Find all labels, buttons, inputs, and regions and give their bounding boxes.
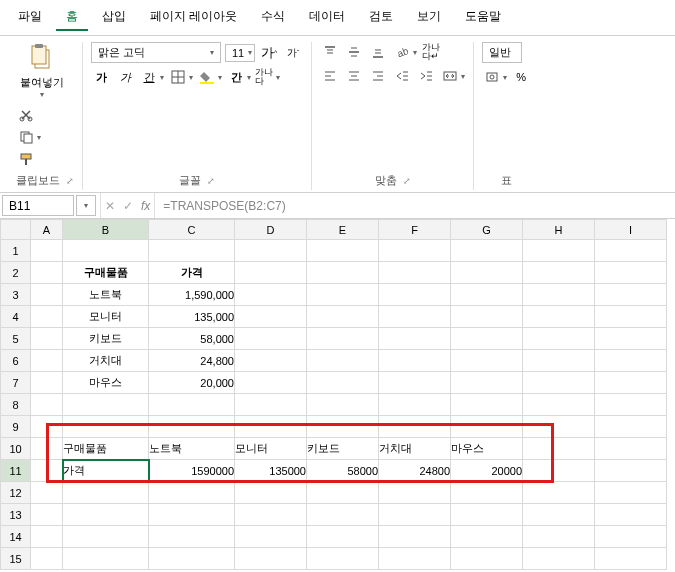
cell-D10[interactable]: 모니터 [235, 438, 307, 460]
col-header-H[interactable]: H [523, 220, 595, 240]
cell-D11[interactable]: 135000 [235, 460, 307, 482]
cell-B5[interactable]: 키보드 [63, 328, 149, 350]
fill-color-button[interactable] [197, 67, 217, 87]
menu-review[interactable]: 검토 [359, 4, 403, 31]
row-header-6[interactable]: 6 [1, 350, 31, 372]
chevron-down-icon[interactable]: ▾ [37, 133, 41, 142]
align-bottom-button[interactable] [368, 42, 388, 62]
merge-button[interactable] [440, 66, 460, 86]
dialog-launcher-icon[interactable]: ⤢ [207, 176, 215, 186]
menu-formulas[interactable]: 수식 [251, 4, 295, 31]
cell-E10[interactable]: 키보드 [307, 438, 379, 460]
col-header-D[interactable]: D [235, 220, 307, 240]
select-all-corner[interactable] [1, 220, 31, 240]
row-header-4[interactable]: 4 [1, 306, 31, 328]
col-header-G[interactable]: G [451, 220, 523, 240]
row-header-1[interactable]: 1 [1, 240, 31, 262]
chevron-down-icon[interactable]: ▾ [503, 73, 507, 82]
cell-C7[interactable]: 20,000 [149, 372, 235, 394]
paste-button[interactable]: 붙여넣기 ▾ [16, 42, 68, 101]
align-center-button[interactable] [344, 66, 364, 86]
menu-file[interactable]: 파일 [8, 4, 52, 31]
cell-C2[interactable]: 가격 [149, 262, 235, 284]
row-header-13[interactable]: 13 [1, 504, 31, 526]
italic-button[interactable]: 가 [115, 67, 135, 87]
font-color-button[interactable]: 간 [226, 67, 246, 87]
chevron-down-icon[interactable]: ▾ [461, 72, 465, 81]
row-header-10[interactable]: 10 [1, 438, 31, 460]
cell-B6[interactable]: 거치대 [63, 350, 149, 372]
increase-font-button[interactable]: 가^ [259, 43, 279, 63]
fx-icon[interactable]: fx [141, 199, 150, 213]
chevron-down-icon[interactable]: ▾ [189, 73, 193, 82]
col-header-B[interactable]: B [63, 220, 149, 240]
col-header-A[interactable]: A [31, 220, 63, 240]
cell-C10[interactable]: 노트북 [149, 438, 235, 460]
chevron-down-icon[interactable]: ▾ [218, 73, 222, 82]
cell-B11[interactable]: 가격 [63, 460, 149, 482]
cell-G10[interactable]: 마우스 [451, 438, 523, 460]
name-box[interactable]: B11 [2, 195, 74, 216]
menu-view[interactable]: 보기 [407, 4, 451, 31]
row-header-14[interactable]: 14 [1, 526, 31, 548]
decrease-font-button[interactable]: 가ˇ [283, 43, 303, 63]
row-header-11[interactable]: 11 [1, 460, 31, 482]
phonetic-button[interactable]: 가나다 [255, 67, 275, 87]
col-header-E[interactable]: E [307, 220, 379, 240]
format-painter-button[interactable] [16, 149, 36, 169]
underline-button[interactable]: 간 [139, 67, 159, 87]
cell-B2[interactable]: 구매물품 [63, 262, 149, 284]
cell-B4[interactable]: 모니터 [63, 306, 149, 328]
chevron-down-icon[interactable]: ▾ [413, 48, 417, 57]
enter-icon[interactable]: ✓ [123, 199, 133, 213]
name-box-dropdown[interactable]: ▾ [76, 195, 96, 216]
cell-E11[interactable]: 58000 [307, 460, 379, 482]
cell-G11[interactable]: 20000 [451, 460, 523, 482]
chevron-down-icon[interactable]: ▾ [276, 73, 280, 82]
cut-button[interactable] [16, 105, 36, 125]
decrease-indent-button[interactable] [392, 66, 412, 86]
align-middle-button[interactable] [344, 42, 364, 62]
cell-C4[interactable]: 135,000 [149, 306, 235, 328]
percent-button[interactable]: % [511, 67, 531, 87]
align-left-button[interactable] [320, 66, 340, 86]
cell-C5[interactable]: 58,000 [149, 328, 235, 350]
menu-help[interactable]: 도움말 [455, 4, 511, 31]
cell-F11[interactable]: 24800 [379, 460, 451, 482]
menu-insert[interactable]: 삽입 [92, 4, 136, 31]
menu-home[interactable]: 홈 [56, 4, 88, 31]
chevron-down-icon[interactable]: ▾ [160, 73, 164, 82]
currency-button[interactable] [482, 67, 502, 87]
row-header-12[interactable]: 12 [1, 482, 31, 504]
row-header-5[interactable]: 5 [1, 328, 31, 350]
row-header-15[interactable]: 15 [1, 548, 31, 570]
bold-button[interactable]: 가 [91, 67, 111, 87]
cell-B7[interactable]: 마우스 [63, 372, 149, 394]
dialog-launcher-icon[interactable]: ⤢ [403, 176, 411, 186]
dialog-launcher-icon[interactable]: ⤢ [66, 176, 74, 186]
chevron-down-icon[interactable]: ▾ [247, 73, 251, 82]
wrap-text-button[interactable]: 가나다↵ [421, 42, 441, 62]
col-header-C[interactable]: C [149, 220, 235, 240]
row-header-9[interactable]: 9 [1, 416, 31, 438]
increase-indent-button[interactable] [416, 66, 436, 86]
row-header-2[interactable]: 2 [1, 262, 31, 284]
col-header-F[interactable]: F [379, 220, 451, 240]
row-header-7[interactable]: 7 [1, 372, 31, 394]
formula-input[interactable]: =TRANSPOSE(B2:C7) [155, 193, 675, 218]
align-right-button[interactable] [368, 66, 388, 86]
cell-C11[interactable]: 1590000 [149, 460, 235, 482]
menu-data[interactable]: 데이터 [299, 4, 355, 31]
number-format-select[interactable]: 일반 [482, 42, 522, 63]
row-header-3[interactable]: 3 [1, 284, 31, 306]
cell-F10[interactable]: 거치대 [379, 438, 451, 460]
sheet-table[interactable]: A B C D E F G H I 1 2 구매물품 가격 3 노트북 1,59… [0, 219, 667, 570]
cell-B3[interactable]: 노트북 [63, 284, 149, 306]
cell-C3[interactable]: 1,590,000 [149, 284, 235, 306]
font-name-select[interactable]: 맑은 고딕 ▾ [91, 42, 221, 63]
row-header-8[interactable]: 8 [1, 394, 31, 416]
font-size-select[interactable]: 11 ▾ [225, 44, 255, 62]
copy-button[interactable] [16, 127, 36, 147]
cancel-icon[interactable]: ✕ [105, 199, 115, 213]
borders-button[interactable] [168, 67, 188, 87]
